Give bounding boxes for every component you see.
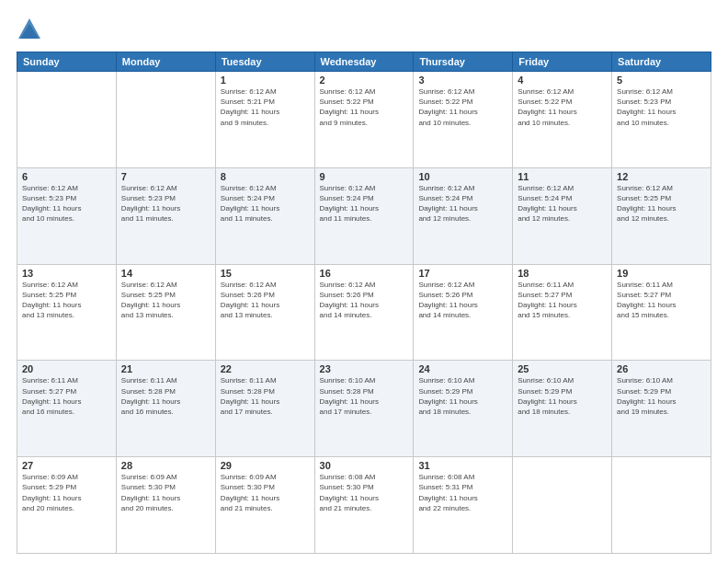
calendar-cell: 25Sunrise: 6:10 AM Sunset: 5:29 PM Dayli… (513, 361, 612, 457)
day-info: Sunrise: 6:11 AM Sunset: 5:27 PM Dayligh… (22, 375, 111, 417)
calendar-table: SundayMondayTuesdayWednesdayThursdayFrid… (17, 52, 711, 554)
day-number: 9 (320, 171, 409, 182)
header (17, 17, 711, 42)
day-info: Sunrise: 6:12 AM Sunset: 5:24 PM Dayligh… (320, 183, 409, 224)
day-number: 7 (121, 171, 210, 182)
day-number: 16 (320, 268, 409, 279)
day-number: 17 (418, 268, 507, 279)
day-number: 31 (418, 460, 507, 471)
day-info: Sunrise: 6:10 AM Sunset: 5:29 PM Dayligh… (617, 375, 706, 417)
weekday-header-thursday: Thursday (414, 52, 513, 72)
page: SundayMondayTuesdayWednesdayThursdayFrid… (0, 0, 728, 563)
day-number: 29 (221, 460, 310, 471)
day-info: Sunrise: 6:12 AM Sunset: 5:23 PM Dayligh… (22, 183, 111, 224)
day-info: Sunrise: 6:11 AM Sunset: 5:28 PM Dayligh… (221, 375, 310, 417)
day-number: 5 (617, 75, 706, 86)
day-info: Sunrise: 6:12 AM Sunset: 5:22 PM Dayligh… (518, 86, 607, 128)
day-info: Sunrise: 6:11 AM Sunset: 5:28 PM Dayligh… (121, 375, 210, 417)
day-info: Sunrise: 6:10 AM Sunset: 5:28 PM Dayligh… (320, 375, 409, 417)
day-number: 19 (617, 268, 706, 279)
day-info: Sunrise: 6:12 AM Sunset: 5:22 PM Dayligh… (418, 86, 507, 128)
calendar-cell: 30Sunrise: 6:08 AM Sunset: 5:30 PM Dayli… (314, 457, 414, 554)
day-info: Sunrise: 6:12 AM Sunset: 5:26 PM Dayligh… (418, 280, 507, 321)
day-number: 21 (121, 363, 210, 374)
day-info: Sunrise: 6:12 AM Sunset: 5:21 PM Dayligh… (221, 86, 310, 128)
calendar-cell: 5Sunrise: 6:12 AM Sunset: 5:23 PM Daylig… (612, 72, 711, 168)
calendar-cell: 3Sunrise: 6:12 AM Sunset: 5:22 PM Daylig… (414, 72, 513, 168)
calendar-body: 1Sunrise: 6:12 AM Sunset: 5:21 PM Daylig… (17, 72, 711, 554)
weekday-header-row: SundayMondayTuesdayWednesdayThursdayFrid… (17, 52, 711, 72)
day-number: 1 (221, 75, 310, 86)
calendar-cell: 19Sunrise: 6:11 AM Sunset: 5:27 PM Dayli… (612, 264, 711, 361)
calendar-cell: 14Sunrise: 6:12 AM Sunset: 5:25 PM Dayli… (116, 264, 215, 361)
weekday-header-saturday: Saturday (612, 52, 711, 72)
calendar-week-5: 27Sunrise: 6:09 AM Sunset: 5:29 PM Dayli… (17, 457, 711, 554)
day-info: Sunrise: 6:12 AM Sunset: 5:24 PM Dayligh… (518, 183, 607, 224)
day-number: 11 (518, 171, 607, 182)
calendar-cell: 18Sunrise: 6:11 AM Sunset: 5:27 PM Dayli… (513, 264, 612, 361)
day-info: Sunrise: 6:11 AM Sunset: 5:27 PM Dayligh… (518, 280, 607, 321)
day-number: 8 (221, 171, 310, 182)
calendar-cell: 24Sunrise: 6:10 AM Sunset: 5:29 PM Dayli… (414, 361, 513, 457)
calendar-cell: 21Sunrise: 6:11 AM Sunset: 5:28 PM Dayli… (116, 361, 215, 457)
day-info: Sunrise: 6:08 AM Sunset: 5:30 PM Dayligh… (320, 472, 409, 513)
calendar-header: SundayMondayTuesdayWednesdayThursdayFrid… (17, 52, 711, 72)
day-info: Sunrise: 6:12 AM Sunset: 5:26 PM Dayligh… (221, 280, 310, 321)
calendar-cell: 11Sunrise: 6:12 AM Sunset: 5:24 PM Dayli… (513, 167, 612, 264)
day-number: 22 (221, 363, 310, 374)
day-number: 25 (518, 363, 607, 374)
calendar-cell: 31Sunrise: 6:08 AM Sunset: 5:31 PM Dayli… (414, 457, 513, 554)
day-info: Sunrise: 6:10 AM Sunset: 5:29 PM Dayligh… (418, 375, 507, 417)
day-info: Sunrise: 6:09 AM Sunset: 5:29 PM Dayligh… (22, 472, 111, 513)
calendar-cell: 13Sunrise: 6:12 AM Sunset: 5:25 PM Dayli… (17, 264, 117, 361)
calendar-week-4: 20Sunrise: 6:11 AM Sunset: 5:27 PM Dayli… (17, 361, 711, 457)
calendar-cell: 1Sunrise: 6:12 AM Sunset: 5:21 PM Daylig… (215, 72, 314, 168)
day-info: Sunrise: 6:12 AM Sunset: 5:25 PM Dayligh… (617, 183, 706, 224)
day-number: 4 (518, 75, 607, 86)
day-info: Sunrise: 6:12 AM Sunset: 5:25 PM Dayligh… (22, 280, 111, 321)
day-info: Sunrise: 6:08 AM Sunset: 5:31 PM Dayligh… (418, 472, 507, 513)
day-number: 2 (320, 75, 409, 86)
calendar-cell (513, 457, 612, 554)
day-number: 30 (320, 460, 409, 471)
day-info: Sunrise: 6:10 AM Sunset: 5:29 PM Dayligh… (518, 375, 607, 417)
day-info: Sunrise: 6:12 AM Sunset: 5:23 PM Dayligh… (617, 86, 706, 128)
weekday-header-monday: Monday (116, 52, 215, 72)
day-number: 18 (518, 268, 607, 279)
calendar-cell: 20Sunrise: 6:11 AM Sunset: 5:27 PM Dayli… (17, 361, 117, 457)
calendar-cell: 29Sunrise: 6:09 AM Sunset: 5:30 PM Dayli… (215, 457, 314, 554)
day-number: 14 (121, 268, 210, 279)
day-number: 26 (617, 363, 706, 374)
calendar-cell: 6Sunrise: 6:12 AM Sunset: 5:23 PM Daylig… (17, 167, 117, 264)
calendar-cell: 10Sunrise: 6:12 AM Sunset: 5:24 PM Dayli… (414, 167, 513, 264)
calendar-cell: 9Sunrise: 6:12 AM Sunset: 5:24 PM Daylig… (314, 167, 414, 264)
day-number: 12 (617, 171, 706, 182)
day-number: 23 (320, 363, 409, 374)
calendar-cell (612, 457, 711, 554)
day-number: 15 (221, 268, 310, 279)
calendar-cell: 27Sunrise: 6:09 AM Sunset: 5:29 PM Dayli… (17, 457, 117, 554)
calendar-cell: 4Sunrise: 6:12 AM Sunset: 5:22 PM Daylig… (513, 72, 612, 168)
day-number: 24 (418, 363, 507, 374)
day-number: 13 (22, 268, 111, 279)
calendar-cell (17, 72, 117, 168)
day-number: 28 (121, 460, 210, 471)
day-number: 27 (22, 460, 111, 471)
calendar-cell: 12Sunrise: 6:12 AM Sunset: 5:25 PM Dayli… (612, 167, 711, 264)
calendar-cell: 15Sunrise: 6:12 AM Sunset: 5:26 PM Dayli… (215, 264, 314, 361)
day-number: 20 (22, 363, 111, 374)
day-info: Sunrise: 6:12 AM Sunset: 5:25 PM Dayligh… (121, 280, 210, 321)
weekday-header-friday: Friday (513, 52, 612, 72)
day-number: 6 (22, 171, 111, 182)
calendar-cell: 8Sunrise: 6:12 AM Sunset: 5:24 PM Daylig… (215, 167, 314, 264)
calendar-cell: 23Sunrise: 6:10 AM Sunset: 5:28 PM Dayli… (314, 361, 414, 457)
day-info: Sunrise: 6:11 AM Sunset: 5:27 PM Dayligh… (617, 280, 706, 321)
day-info: Sunrise: 6:12 AM Sunset: 5:23 PM Dayligh… (121, 183, 210, 224)
calendar-cell: 22Sunrise: 6:11 AM Sunset: 5:28 PM Dayli… (215, 361, 314, 457)
day-info: Sunrise: 6:09 AM Sunset: 5:30 PM Dayligh… (221, 472, 310, 513)
day-info: Sunrise: 6:09 AM Sunset: 5:30 PM Dayligh… (121, 472, 210, 513)
calendar-cell: 2Sunrise: 6:12 AM Sunset: 5:22 PM Daylig… (314, 72, 414, 168)
day-info: Sunrise: 6:12 AM Sunset: 5:24 PM Dayligh… (418, 183, 507, 224)
logo-icon (17, 17, 42, 42)
day-number: 3 (418, 75, 507, 86)
